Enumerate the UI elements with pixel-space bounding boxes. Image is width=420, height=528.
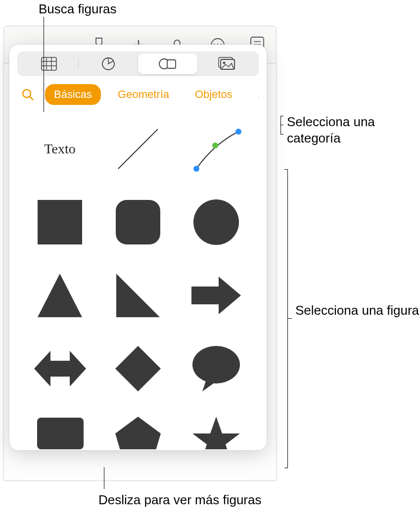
shape-curve[interactable] bbox=[182, 122, 251, 176]
category-row: Básicas Geometría Objetos Ar bbox=[17, 84, 259, 105]
tab-tables[interactable] bbox=[19, 53, 79, 74]
callout-line bbox=[284, 468, 287, 468]
tab-shapes[interactable] bbox=[138, 53, 197, 74]
shape-star[interactable] bbox=[182, 415, 251, 449]
category-basics[interactable]: Básicas bbox=[45, 84, 101, 105]
callout-line bbox=[287, 169, 288, 468]
shape-chat-bubble[interactable] bbox=[25, 415, 94, 449]
callout-line bbox=[280, 134, 283, 135]
tab-charts[interactable] bbox=[79, 53, 138, 74]
shape-right-triangle[interactable] bbox=[103, 268, 173, 323]
svg-point-16 bbox=[223, 62, 225, 64]
svg-marker-26 bbox=[116, 274, 160, 317]
svg-point-17 bbox=[23, 90, 31, 97]
callout-line bbox=[44, 17, 44, 112]
callout-category-label: Selecciona una categoría bbox=[287, 114, 420, 146]
shape-speech-bubble[interactable] bbox=[182, 341, 251, 396]
shape-text[interactable]: Texto bbox=[25, 122, 94, 176]
svg-line-18 bbox=[118, 129, 158, 169]
callout-line bbox=[280, 116, 281, 135]
shape-rounded-square[interactable] bbox=[103, 195, 173, 249]
callout-search-label: Busca figuras bbox=[39, 1, 117, 17]
search-icon[interactable] bbox=[18, 85, 37, 104]
svg-point-24 bbox=[193, 199, 239, 245]
svg-marker-29 bbox=[115, 346, 161, 391]
tab-media[interactable] bbox=[197, 53, 257, 74]
shape-arrow-leftright[interactable] bbox=[25, 341, 94, 396]
svg-marker-25 bbox=[38, 274, 82, 317]
callout-line bbox=[280, 125, 283, 125]
shapes-grid: Texto bbox=[17, 118, 259, 450]
svg-marker-28 bbox=[34, 351, 86, 386]
svg-marker-33 bbox=[43, 447, 56, 449]
svg-marker-31 bbox=[202, 380, 216, 391]
shape-square[interactable] bbox=[25, 195, 94, 249]
shape-text-label: Texto bbox=[44, 141, 75, 157]
callout-line bbox=[287, 318, 292, 319]
svg-point-21 bbox=[235, 129, 241, 135]
insert-type-tabs bbox=[17, 51, 259, 76]
svg-marker-34 bbox=[115, 417, 161, 449]
svg-rect-23 bbox=[116, 200, 160, 244]
shape-line[interactable] bbox=[103, 122, 173, 176]
category-more[interactable]: Ar bbox=[249, 84, 259, 105]
callout-swipe-label: Desliza para ver más figuras bbox=[98, 492, 261, 508]
callout-shape-label: Selecciona una figura bbox=[295, 302, 419, 319]
svg-rect-15 bbox=[221, 59, 234, 69]
shape-arrow-right[interactable] bbox=[182, 268, 251, 323]
callout-line bbox=[104, 467, 104, 489]
svg-point-30 bbox=[192, 346, 240, 384]
shape-pentagon[interactable] bbox=[103, 415, 173, 449]
svg-rect-22 bbox=[38, 200, 82, 244]
svg-point-20 bbox=[212, 143, 218, 148]
svg-marker-27 bbox=[191, 277, 241, 314]
shape-diamond[interactable] bbox=[103, 341, 173, 396]
svg-marker-35 bbox=[192, 417, 240, 449]
insert-popover: Básicas Geometría Objetos Ar Texto bbox=[9, 45, 267, 450]
category-objects[interactable]: Objetos bbox=[186, 84, 241, 105]
svg-point-19 bbox=[193, 166, 199, 172]
svg-rect-12 bbox=[167, 60, 176, 68]
shape-triangle[interactable] bbox=[25, 268, 94, 323]
category-geometry[interactable]: Geometría bbox=[109, 84, 178, 105]
svg-rect-32 bbox=[37, 418, 84, 449]
shape-circle[interactable] bbox=[182, 195, 251, 249]
